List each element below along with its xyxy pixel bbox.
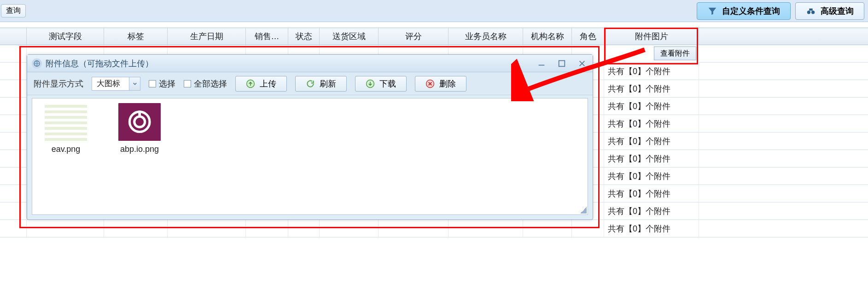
attach-cell: 共有【0】个附件 — [604, 150, 699, 167]
dialog-title-text: 附件信息（可拖动文件上传） — [46, 58, 153, 69]
col-sales[interactable]: 销售… — [246, 28, 288, 45]
select-all-checkbox[interactable]: 全部选择 — [184, 78, 227, 89]
minimize-icon[interactable] — [536, 58, 548, 69]
file-thumbnail — [118, 103, 161, 141]
col-status[interactable]: 状态 — [288, 28, 320, 45]
attach-cell: 共有【0】个附件 — [604, 185, 699, 202]
svg-rect-5 — [559, 60, 565, 66]
advanced-query-button[interactable]: 高级查询 — [795, 2, 864, 20]
attach-cell: 共有【0】个附件 — [604, 133, 699, 150]
top-toolbar: 查询 自定义条件查询 高级查询 — [0, 0, 868, 22]
attach-cell: 共有【0】个附件 — [604, 220, 699, 237]
file-name: abp.io.png — [111, 144, 169, 154]
table-row[interactable]: 共有【0】个附件 — [0, 220, 868, 237]
col-org[interactable]: 机构名称 — [523, 28, 572, 45]
download-label: 下载 — [379, 78, 396, 89]
select-checkbox-label: 选择 — [159, 78, 175, 89]
download-icon — [366, 79, 375, 88]
col-attach-image[interactable]: 附件图片 — [604, 28, 699, 45]
upload-button[interactable]: 上传 — [235, 76, 287, 92]
display-mode-combo[interactable]: 大图标 — [92, 77, 140, 91]
col-prod-date[interactable]: 生产日期 — [168, 28, 246, 45]
svg-rect-11 — [138, 111, 141, 118]
delete-label: 删除 — [439, 78, 456, 89]
attach-cell: 共有【0】个附件 — [604, 202, 699, 219]
resize-handle[interactable] — [580, 207, 587, 214]
svg-rect-2 — [809, 8, 812, 11]
col-rating[interactable]: 评分 — [379, 28, 449, 45]
binoculars-icon — [806, 6, 816, 16]
maximize-icon[interactable] — [556, 58, 568, 69]
view-attachment-button[interactable]: 查看附件 — [654, 46, 696, 60]
attach-cell: 共有【0】个附件 — [604, 98, 699, 115]
grid-header: 测试字段 标签 生产日期 销售… 状态 送货区域 评分 业务员名称 机构名称 角… — [0, 28, 868, 45]
upload-label: 上传 — [260, 78, 276, 89]
refresh-button[interactable]: 刷新 — [295, 76, 347, 92]
upload-icon — [246, 79, 255, 88]
display-mode-label: 附件显示方式 — [34, 78, 83, 89]
dialog-titlebar[interactable]: 附件信息（可拖动文件上传） — [27, 55, 593, 72]
filter-icon — [707, 6, 717, 16]
dialog-body: eav.png abp.io.png — [32, 98, 588, 215]
checkbox-icon — [184, 80, 191, 87]
select-all-checkbox-label: 全部选择 — [194, 78, 227, 89]
delete-button[interactable]: 删除 — [415, 76, 466, 92]
refresh-label: 刷新 — [320, 78, 336, 89]
col-tag[interactable]: 标签 — [104, 28, 168, 45]
refresh-icon — [306, 79, 315, 88]
file-item[interactable]: abp.io.png — [111, 103, 169, 210]
dialog-toolbar: 附件显示方式 大图标 选择 全部选择 上传 刷新 — [27, 72, 593, 95]
select-checkbox[interactable]: 选择 — [149, 78, 175, 89]
display-mode-value: 大图标 — [92, 77, 129, 90]
attach-cell: 共有【0】个附件 — [604, 63, 699, 80]
file-name: eav.png — [37, 144, 95, 154]
file-thumbnail — [45, 103, 87, 141]
query-button[interactable]: 查询 — [1, 4, 26, 17]
custom-query-button[interactable]: 自定义条件查询 — [697, 2, 791, 20]
attachment-dialog: 附件信息（可拖动文件上传） 附件显示方式 大图标 选择 全部选择 上传 — [27, 54, 593, 220]
globe-icon — [32, 58, 42, 69]
checkbox-icon — [149, 80, 156, 87]
svg-point-0 — [807, 11, 810, 14]
delete-icon — [425, 79, 435, 88]
col-role[interactable]: 角色 — [572, 28, 604, 45]
attach-cell: 共有【0】个附件 — [604, 115, 699, 132]
col-blank[interactable] — [0, 28, 27, 45]
svg-point-1 — [811, 11, 815, 14]
chevron-down-icon[interactable] — [129, 77, 140, 90]
window-controls — [536, 58, 588, 69]
attach-cell: 共有【0】个附件 — [604, 80, 699, 97]
col-test-field[interactable]: 测试字段 — [27, 28, 104, 45]
download-button[interactable]: 下载 — [355, 76, 407, 92]
col-salesman[interactable]: 业务员名称 — [449, 28, 523, 45]
custom-query-label: 自定义条件查询 — [722, 6, 780, 17]
advanced-query-label: 高级查询 — [821, 6, 854, 17]
file-item[interactable]: eav.png — [37, 103, 95, 210]
close-icon[interactable] — [576, 58, 588, 69]
svg-rect-4 — [539, 64, 545, 65]
svg-point-10 — [134, 117, 145, 127]
col-delivery-area[interactable]: 送货区域 — [320, 28, 379, 45]
attach-cell: 共有【0】个附件 — [604, 167, 699, 185]
